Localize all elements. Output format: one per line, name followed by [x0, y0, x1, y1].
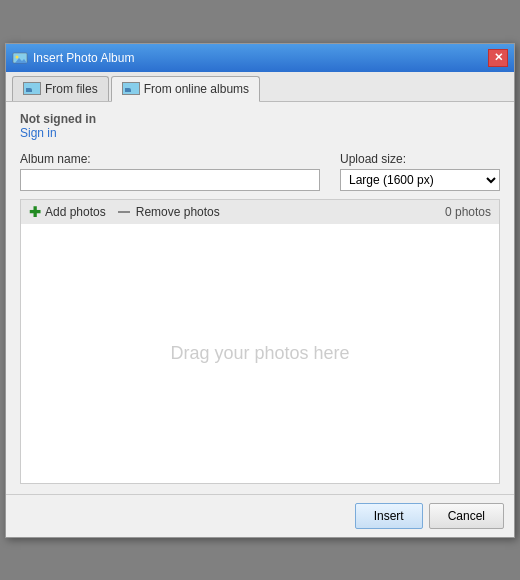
- from-files-tab-icon: [23, 82, 41, 95]
- insert-button[interactable]: Insert: [355, 503, 423, 529]
- upload-size-select[interactable]: Small (640 px) Medium (1024 px) Large (1…: [340, 169, 500, 191]
- content-area: Not signed in Sign in Album name: Upload…: [6, 102, 514, 494]
- signin-section: Not signed in Sign in: [20, 112, 500, 140]
- photo-count: 0 photos: [445, 205, 491, 219]
- remove-photos-label: Remove photos: [136, 205, 220, 219]
- add-photos-button[interactable]: ✚ Add photos: [29, 204, 106, 220]
- add-icon: ✚: [29, 204, 41, 220]
- tab-from-online-albums[interactable]: From online albums: [111, 76, 260, 102]
- toolbar-left: ✚ Add photos Remove photos: [29, 204, 220, 220]
- tab-from-files[interactable]: From files: [12, 76, 109, 101]
- drop-zone[interactable]: Drag your photos here: [20, 224, 500, 484]
- add-photos-label: Add photos: [45, 205, 106, 219]
- insert-photo-album-dialog: Insert Photo Album ✕ From files From onl…: [5, 43, 515, 538]
- remove-icon: [118, 211, 130, 213]
- svg-point-1: [16, 55, 19, 58]
- dialog-icon: [12, 50, 28, 66]
- album-name-group: Album name:: [20, 152, 320, 191]
- not-signed-in-text: Not signed in: [20, 112, 96, 126]
- dialog-title: Insert Photo Album: [33, 51, 134, 65]
- form-row: Album name: Upload size: Small (640 px) …: [20, 152, 500, 191]
- drop-zone-text: Drag your photos here: [170, 343, 349, 364]
- remove-photos-button[interactable]: Remove photos: [118, 205, 220, 219]
- tabs-bar: From files From online albums: [6, 72, 514, 102]
- upload-size-label: Upload size:: [340, 152, 500, 166]
- close-button[interactable]: ✕: [488, 49, 508, 67]
- tab-from-files-label: From files: [45, 82, 98, 96]
- cancel-button[interactable]: Cancel: [429, 503, 504, 529]
- photos-toolbar: ✚ Add photos Remove photos 0 photos: [20, 199, 500, 224]
- sign-in-link[interactable]: Sign in: [20, 126, 500, 140]
- upload-size-group: Upload size: Small (640 px) Medium (1024…: [340, 152, 500, 191]
- title-bar-left: Insert Photo Album: [12, 50, 134, 66]
- title-bar: Insert Photo Album ✕: [6, 44, 514, 72]
- dialog-footer: Insert Cancel: [6, 494, 514, 537]
- tab-from-online-albums-label: From online albums: [144, 82, 249, 96]
- album-name-input[interactable]: [20, 169, 320, 191]
- album-name-label: Album name:: [20, 152, 320, 166]
- from-online-albums-tab-icon: [122, 82, 140, 95]
